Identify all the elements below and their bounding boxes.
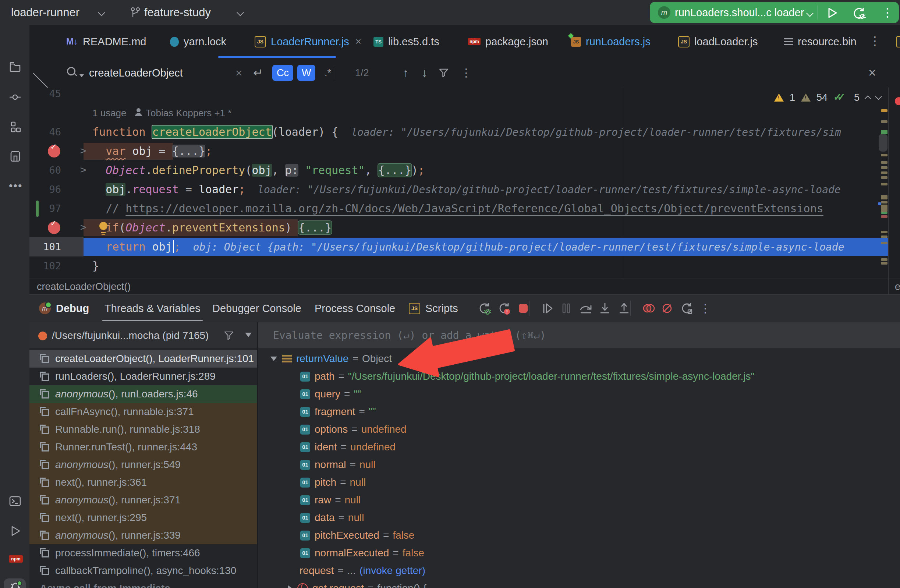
stack-frame-row[interactable]: processImmediate(), timers:466 bbox=[29, 544, 258, 562]
stripe-mark[interactable] bbox=[881, 201, 888, 203]
variable-row[interactable]: normalExecuted = false bbox=[258, 544, 900, 562]
match-case-toggle[interactable]: Cc bbox=[272, 65, 293, 81]
variable-row[interactable]: options = undefined bbox=[258, 420, 900, 438]
gutter[interactable]: 45 bbox=[29, 88, 84, 103]
resume-button[interactable] bbox=[540, 301, 554, 316]
fold-arrow-icon[interactable] bbox=[80, 218, 87, 237]
stripe-mark[interactable] bbox=[881, 176, 888, 179]
variable-row[interactable]: pitch = null bbox=[258, 473, 900, 491]
stripe-mark[interactable] bbox=[881, 236, 888, 238]
editor-tab[interactable]: yarn.lock bbox=[170, 25, 233, 58]
words-toggle[interactable]: W bbox=[297, 65, 315, 81]
editor-tab[interactable]: resource.bin bbox=[784, 25, 863, 58]
gutter[interactable] bbox=[29, 142, 84, 161]
restart-debug-button[interactable] bbox=[852, 6, 866, 20]
debug-tab[interactable]: Debug bbox=[39, 295, 89, 322]
stack-frame-row[interactable]: anonymous (), runner.js:549 bbox=[29, 456, 258, 473]
code-line[interactable]: 102 } bbox=[29, 256, 900, 276]
chevron-icon[interactable] bbox=[270, 357, 277, 361]
close-icon[interactable]: × bbox=[355, 36, 362, 48]
gutter[interactable]: 46 bbox=[29, 123, 84, 142]
tab-list-more-button[interactable]: ⋮ bbox=[869, 34, 881, 48]
variable-row[interactable]: data = null bbox=[258, 509, 900, 526]
stripe-mark[interactable] bbox=[879, 134, 888, 152]
view-breakpoints-button[interactable] bbox=[641, 301, 656, 316]
gutter[interactable] bbox=[29, 218, 84, 237]
project-tool-icon[interactable] bbox=[9, 61, 21, 73]
terminal-tool-icon[interactable] bbox=[9, 495, 21, 507]
stack-frame-row[interactable]: Async call from Immediate bbox=[29, 580, 258, 588]
variable-row[interactable]: query = "" bbox=[258, 385, 900, 403]
stripe-mark[interactable] bbox=[881, 120, 888, 123]
debug-tab[interactable]: Process Console bbox=[315, 295, 395, 322]
stack-frame-row[interactable]: callFnAsync(), runnable.js:371 bbox=[29, 403, 258, 420]
stack-frame-row[interactable]: Runnable.run(), runnable.js:318 bbox=[29, 420, 258, 438]
breakpoint-icon[interactable] bbox=[48, 222, 61, 234]
step-out-button[interactable] bbox=[617, 301, 632, 316]
debug-tab[interactable]: Scripts bbox=[409, 295, 458, 322]
editor-tab[interactable]: M↓ README.md bbox=[66, 25, 152, 58]
error-stripe[interactable] bbox=[878, 88, 888, 279]
variable-row[interactable]: normal = null bbox=[258, 456, 900, 473]
thread-selector[interactable]: /Users/fujunkui...mocha (pid 7165) bbox=[29, 322, 258, 349]
code-line[interactable]: 60 Object.defineProperty(obj, p: "reques… bbox=[29, 161, 900, 180]
stack-frame-row[interactable]: runLoaders(), LoaderRunner.js:289 bbox=[29, 368, 258, 385]
stripe-mark[interactable] bbox=[881, 242, 888, 244]
gutter[interactable]: 96 bbox=[29, 180, 84, 199]
stripe-mark[interactable] bbox=[881, 109, 888, 112]
search-more-button[interactable]: ⋮ bbox=[461, 58, 472, 88]
debug-tab[interactable]: Threads & Variables bbox=[104, 295, 200, 322]
stack-frame-row[interactable]: next(), runner.js:361 bbox=[29, 473, 258, 491]
code-line[interactable]: 46 function createLoaderObject(loader) {… bbox=[29, 123, 900, 142]
npm-tool-icon[interactable]: npm bbox=[9, 555, 23, 563]
previous-match-button[interactable]: ↑ bbox=[403, 58, 409, 88]
stack-frame-row[interactable]: Runner.runTest(), runner.js:443 bbox=[29, 438, 258, 456]
next-problem-icon[interactable] bbox=[875, 93, 881, 100]
regex-toggle[interactable]: .* bbox=[320, 65, 335, 81]
stripe-mark[interactable] bbox=[881, 212, 888, 214]
breadcrumb[interactable]: createLoaderObject() bbox=[37, 279, 130, 295]
mute-breakpoints-button[interactable] bbox=[660, 301, 675, 316]
breakpoint-icon[interactable] bbox=[48, 145, 61, 157]
editor-tab[interactable]: JS runLoaders.js bbox=[571, 25, 657, 58]
run-config-selector[interactable]: runLoaders.shoul...c loader bbox=[675, 2, 804, 23]
stripe-mark[interactable] bbox=[881, 205, 888, 212]
step-into-button[interactable] bbox=[597, 301, 612, 316]
gutter[interactable]: 102 bbox=[29, 256, 84, 276]
editor-tab[interactable]: npm package.json bbox=[468, 25, 554, 58]
code-line[interactable]: 96 obj.request = loader; loader: "/Users… bbox=[29, 180, 900, 199]
variable-row[interactable]: returnValue = Object bbox=[258, 350, 900, 368]
reset-frame-button[interactable] bbox=[679, 301, 694, 316]
editor-tab[interactable]: JS loadLoader.js bbox=[678, 25, 764, 58]
variable-row[interactable]: raw = null bbox=[258, 491, 900, 509]
stripe-mark[interactable] bbox=[881, 183, 888, 185]
stack-frame-row[interactable]: anonymous (), runner.js:371 bbox=[29, 491, 258, 509]
stack-frame-row[interactable]: anonymous (), runner.js:339 bbox=[29, 526, 258, 544]
fold-arrow-icon[interactable] bbox=[80, 161, 87, 179]
fold-arrow-icon[interactable] bbox=[80, 142, 87, 160]
previous-problem-icon[interactable] bbox=[864, 95, 871, 102]
stripe-mark[interactable] bbox=[881, 154, 888, 157]
clear-search-icon[interactable]: × bbox=[236, 58, 242, 88]
gutter[interactable] bbox=[29, 103, 84, 123]
code-line[interactable]: var obj = {...}; bbox=[29, 142, 900, 161]
invoke-getter-link[interactable]: (invoke getter) bbox=[360, 565, 425, 577]
variable-row[interactable]: ident = undefined bbox=[258, 438, 900, 456]
gutter[interactable]: 97 bbox=[29, 199, 84, 218]
filter-search-icon[interactable] bbox=[439, 68, 449, 78]
rerun-debug-button[interactable] bbox=[477, 301, 492, 316]
rerun-failed-tests-button[interactable]: ! bbox=[497, 301, 511, 316]
stack-frame-row[interactable]: callbackTrampoline(), async_hooks:130 bbox=[29, 562, 258, 580]
variable-row[interactable]: path = "/Users/fujunkui/Desktop/github-p… bbox=[258, 368, 900, 385]
gutter[interactable]: 60 bbox=[29, 161, 84, 180]
editor-tab[interactable]: TS lib.es5.d.ts bbox=[374, 25, 445, 58]
debug-tab[interactable]: Debugger Console bbox=[212, 295, 301, 322]
intention-bulb-icon[interactable] bbox=[99, 222, 107, 230]
stripe-mark[interactable] bbox=[881, 161, 888, 164]
stop-button[interactable] bbox=[516, 301, 531, 316]
stripe-mark[interactable] bbox=[881, 231, 888, 233]
evaluate-expression-input[interactable]: Evaluate expression (↵) or add a watch (… bbox=[258, 322, 900, 349]
run-button[interactable] bbox=[826, 7, 838, 19]
stripe-mark[interactable] bbox=[881, 262, 888, 265]
pause-button[interactable] bbox=[559, 301, 574, 316]
